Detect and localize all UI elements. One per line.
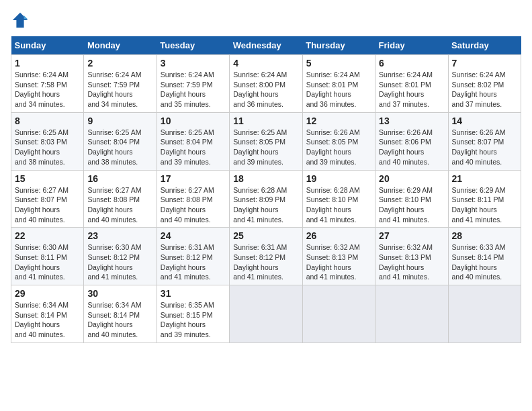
day-info: Sunrise: 6:25 AMSunset: 8:05 PMDaylight … [233,128,287,166]
day-number: 10 [161,116,226,126]
day-info: Sunrise: 6:34 AMSunset: 8:14 PMDaylight … [15,301,69,338]
day-number: 28 [452,230,517,241]
day-number: 17 [161,173,226,184]
day-info: Sunrise: 6:24 AMSunset: 8:02 PMDaylight … [452,71,506,108]
day-info: Sunrise: 6:35 AMSunset: 8:15 PMDaylight … [161,301,214,338]
day-number: 24 [161,230,226,241]
logo-icon [11,11,30,30]
calendar-week-row: 29 Sunrise: 6:34 AMSunset: 8:14 PMDaylig… [11,285,521,343]
calendar-cell: 25 Sunrise: 6:31 AMSunset: 8:12 PMDaylig… [230,228,302,285]
calendar-cell: 13 Sunrise: 6:26 AMSunset: 8:06 PMDaylig… [375,112,448,170]
calendar-cell: 3 Sunrise: 6:24 AMSunset: 7:59 PMDayligh… [157,55,229,113]
day-number: 8 [15,116,80,126]
calendar-cell: 8 Sunrise: 6:25 AMSunset: 8:03 PMDayligh… [11,112,84,170]
day-info: Sunrise: 6:31 AMSunset: 8:12 PMDaylight … [161,243,214,281]
day-info: Sunrise: 6:25 AMSunset: 8:04 PMDaylight … [161,128,214,166]
day-info: Sunrise: 6:29 AMSunset: 8:11 PMDaylight … [452,186,506,224]
calendar-cell: 18 Sunrise: 6:28 AMSunset: 8:09 PMDaylig… [230,170,302,228]
calendar-cell [375,285,448,343]
day-info: Sunrise: 6:24 AMSunset: 8:01 PMDaylight … [306,71,360,108]
day-number: 16 [87,173,152,184]
day-number: 1 [15,58,80,68]
calendar-table: Sunday Monday Tuesday Wednesday Thursday… [11,36,521,343]
day-info: Sunrise: 6:25 AMSunset: 8:04 PMDaylight … [87,128,141,166]
day-info: Sunrise: 6:33 AMSunset: 8:14 PMDaylight … [452,243,506,281]
day-info: Sunrise: 6:32 AMSunset: 8:13 PMDaylight … [379,243,433,281]
day-info: Sunrise: 6:29 AMSunset: 8:10 PMDaylight … [379,186,433,224]
day-number: 18 [233,173,298,184]
calendar-cell: 14 Sunrise: 6:26 AMSunset: 8:07 PMDaylig… [448,112,521,170]
day-info: Sunrise: 6:27 AMSunset: 8:07 PMDaylight … [15,186,69,224]
day-number: 5 [306,58,371,68]
calendar-cell: 17 Sunrise: 6:27 AMSunset: 8:08 PMDaylig… [157,170,229,228]
day-number: 7 [452,58,517,68]
calendar-cell: 24 Sunrise: 6:31 AMSunset: 8:12 PMDaylig… [157,228,229,285]
calendar-cell: 11 Sunrise: 6:25 AMSunset: 8:05 PMDaylig… [230,112,302,170]
day-info: Sunrise: 6:26 AMSunset: 8:05 PMDaylight … [306,128,360,166]
calendar-cell: 19 Sunrise: 6:28 AMSunset: 8:10 PMDaylig… [302,170,375,228]
day-number: 12 [306,116,371,126]
col-friday: Friday [375,36,448,55]
calendar-cell: 5 Sunrise: 6:24 AMSunset: 8:01 PMDayligh… [302,55,375,113]
calendar-cell: 29 Sunrise: 6:34 AMSunset: 8:14 PMDaylig… [11,285,84,343]
col-thursday: Thursday [302,36,375,55]
svg-marker-1 [24,15,28,19]
calendar-cell: 16 Sunrise: 6:27 AMSunset: 8:08 PMDaylig… [84,170,157,228]
calendar-cell: 15 Sunrise: 6:27 AMSunset: 8:07 PMDaylig… [11,170,84,228]
day-info: Sunrise: 6:26 AMSunset: 8:06 PMDaylight … [379,128,433,166]
day-number: 14 [452,116,517,126]
day-info: Sunrise: 6:34 AMSunset: 8:14 PMDaylight … [87,301,141,338]
day-number: 29 [15,288,80,299]
day-info: Sunrise: 6:27 AMSunset: 8:08 PMDaylight … [87,186,141,224]
col-sunday: Sunday [11,36,84,55]
day-info: Sunrise: 6:28 AMSunset: 8:09 PMDaylight … [233,186,287,224]
day-number: 26 [306,230,371,241]
day-info: Sunrise: 6:26 AMSunset: 8:07 PMDaylight … [452,128,506,166]
day-number: 20 [379,173,444,184]
day-number: 6 [379,58,444,68]
day-number: 3 [161,58,226,68]
calendar-cell: 27 Sunrise: 6:32 AMSunset: 8:13 PMDaylig… [375,228,448,285]
calendar-cell [230,285,302,343]
calendar-cell: 2 Sunrise: 6:24 AMSunset: 7:59 PMDayligh… [84,55,157,113]
calendar-cell: 4 Sunrise: 6:24 AMSunset: 8:00 PMDayligh… [230,55,302,113]
day-number: 9 [87,116,152,126]
day-number: 11 [233,116,298,126]
day-info: Sunrise: 6:24 AMSunset: 8:01 PMDaylight … [379,71,433,108]
day-number: 19 [306,173,371,184]
day-number: 23 [87,230,152,241]
calendar-cell: 26 Sunrise: 6:32 AMSunset: 8:13 PMDaylig… [302,228,375,285]
calendar-cell: 1 Sunrise: 6:24 AMSunset: 7:58 PMDayligh… [11,55,84,113]
calendar-week-row: 22 Sunrise: 6:30 AMSunset: 8:11 PMDaylig… [11,228,521,285]
day-info: Sunrise: 6:24 AMSunset: 8:00 PMDaylight … [233,71,287,108]
day-number: 4 [233,58,298,68]
calendar-cell: 20 Sunrise: 6:29 AMSunset: 8:10 PMDaylig… [375,170,448,228]
calendar-cell: 10 Sunrise: 6:25 AMSunset: 8:04 PMDaylig… [157,112,229,170]
calendar-cell: 21 Sunrise: 6:29 AMSunset: 8:11 PMDaylig… [448,170,521,228]
calendar-cell: 6 Sunrise: 6:24 AMSunset: 8:01 PMDayligh… [375,55,448,113]
calendar-cell: 22 Sunrise: 6:30 AMSunset: 8:11 PMDaylig… [11,228,84,285]
day-info: Sunrise: 6:24 AMSunset: 7:59 PMDaylight … [87,71,141,108]
calendar-cell [302,285,375,343]
day-info: Sunrise: 6:25 AMSunset: 8:03 PMDaylight … [15,128,69,166]
calendar-week-row: 8 Sunrise: 6:25 AMSunset: 8:03 PMDayligh… [11,112,521,170]
calendar-cell: 28 Sunrise: 6:33 AMSunset: 8:14 PMDaylig… [448,228,521,285]
svg-marker-0 [13,13,28,28]
calendar-cell: 12 Sunrise: 6:26 AMSunset: 8:05 PMDaylig… [302,112,375,170]
day-number: 2 [87,58,152,68]
day-number: 27 [379,230,444,241]
day-info: Sunrise: 6:27 AMSunset: 8:08 PMDaylight … [161,186,214,224]
calendar-cell: 7 Sunrise: 6:24 AMSunset: 8:02 PMDayligh… [448,55,521,113]
logo [11,11,32,30]
calendar-week-row: 1 Sunrise: 6:24 AMSunset: 7:58 PMDayligh… [11,55,521,113]
col-tuesday: Tuesday [157,36,229,55]
day-number: 13 [379,116,444,126]
calendar-cell [448,285,521,343]
day-number: 30 [87,288,152,299]
calendar-cell: 9 Sunrise: 6:25 AMSunset: 8:04 PMDayligh… [84,112,157,170]
day-number: 15 [15,173,80,184]
day-number: 25 [233,230,298,241]
day-info: Sunrise: 6:31 AMSunset: 8:12 PMDaylight … [233,243,287,281]
day-info: Sunrise: 6:32 AMSunset: 8:13 PMDaylight … [306,243,360,281]
page-header [11,11,521,30]
